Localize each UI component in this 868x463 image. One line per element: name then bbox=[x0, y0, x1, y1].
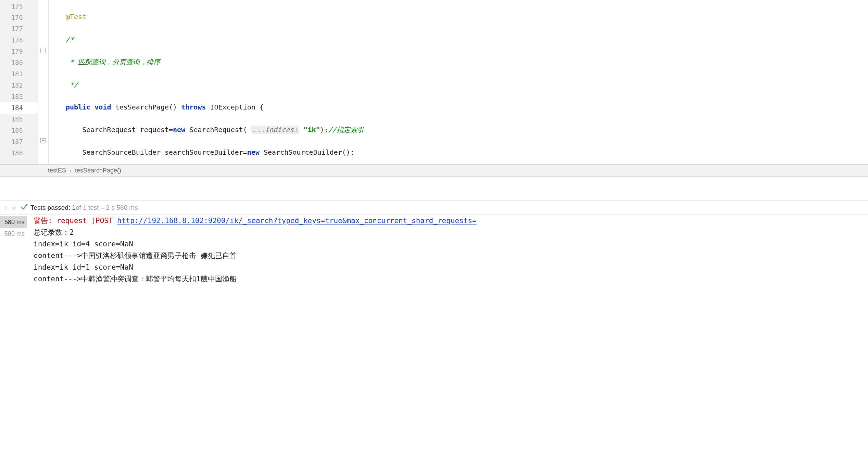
string-literal: "ik" bbox=[299, 126, 320, 134]
console-line: index=ik id=1 score=NaN bbox=[34, 261, 868, 273]
code-text: SearchRequest request= bbox=[82, 126, 173, 134]
line-number: 186 bbox=[0, 125, 38, 136]
method-name: tesSearchPage() bbox=[111, 103, 181, 111]
check-icon bbox=[20, 203, 28, 213]
console-line: 警告: request [POST http://192.168.8.102:9… bbox=[34, 215, 868, 227]
code-text: SearchSourceBuilder(); bbox=[260, 148, 354, 156]
test-status-bar: ↑ » Tests passed: 1 of 1 test – 2 s 580 … bbox=[0, 201, 868, 215]
keyword: void bbox=[95, 103, 111, 111]
console-line: content--->中韩渔警冲突调查：韩警平均每天扣1艘中国渔船 bbox=[34, 273, 868, 285]
panel-gap bbox=[0, 177, 868, 201]
line-number: 182 bbox=[0, 80, 38, 91]
line-number: 185 bbox=[0, 114, 38, 125]
fold-toggle-icon[interactable]: − bbox=[40, 48, 46, 53]
annotation: @Test bbox=[66, 13, 86, 21]
console-line: content--->中国驻洛杉矶领事馆遭亚裔男子枪击 嫌犯已自首 bbox=[34, 250, 868, 261]
line-number-gutter: 175 176 177 178 179 180 181 182 183 184 … bbox=[0, 0, 38, 164]
line-number: 178 bbox=[0, 35, 38, 46]
comment: /* bbox=[66, 35, 74, 43]
console-line: index=ik id=4 score=NaN bbox=[34, 238, 868, 250]
code-text: SearchRequest( bbox=[185, 126, 251, 134]
history-forward-icon[interactable]: » bbox=[12, 204, 15, 211]
test-duration[interactable]: 580 ms bbox=[0, 216, 27, 228]
breadcrumb-item[interactable]: testES bbox=[48, 167, 66, 174]
breadcrumb-item[interactable]: tesSearchPage() bbox=[75, 167, 121, 174]
code-content[interactable]: @Test /* * 匹配查询，分页查询，排序 */ public void t… bbox=[49, 0, 868, 164]
breadcrumb-separator-icon: › bbox=[70, 167, 72, 174]
line-number: 183 bbox=[0, 91, 38, 102]
inlay-hint: ...indices: bbox=[251, 126, 299, 134]
line-number: 181 bbox=[0, 68, 38, 80]
fold-toggle-icon[interactable]: − bbox=[40, 138, 46, 143]
line-number: 184 bbox=[0, 102, 38, 114]
comment: //指定索引 bbox=[328, 126, 364, 134]
code-text: IOException { bbox=[206, 103, 264, 111]
console-line: 总记录数：2 bbox=[34, 227, 868, 238]
keyword: new bbox=[173, 126, 185, 134]
keyword: throws bbox=[181, 103, 206, 111]
line-number: 176 bbox=[0, 12, 38, 23]
tests-summary-label: of 1 test – 2 s 580 ms bbox=[76, 204, 138, 211]
code-text: ); bbox=[320, 126, 328, 134]
code-text: SearchSourceBuilder searchSourceBuilder= bbox=[82, 148, 247, 156]
line-number: 175 bbox=[0, 1, 38, 12]
line-number: 187 bbox=[0, 136, 38, 147]
comment: * 匹配查询，分页查询，排序 bbox=[66, 58, 160, 66]
test-duration[interactable]: 580 ms bbox=[0, 228, 27, 240]
test-duration-gutter: 580 ms 580 ms bbox=[0, 215, 27, 285]
console-warning: 警告: request [POST bbox=[34, 217, 117, 225]
console-url-link[interactable]: http://192.168.8.102:9200/ik/_search?typ… bbox=[117, 217, 476, 225]
line-number: 188 bbox=[0, 147, 38, 159]
code-editor[interactable]: 175 176 177 178 179 180 181 182 183 184 … bbox=[0, 0, 868, 164]
keyword: public bbox=[66, 103, 90, 111]
console-output[interactable]: 警告: request [POST http://192.168.8.102:9… bbox=[27, 215, 868, 285]
line-number: 177 bbox=[0, 23, 38, 35]
comment: */ bbox=[66, 80, 78, 89]
keyword: new bbox=[247, 148, 260, 156]
history-back-icon[interactable]: ↑ bbox=[4, 204, 7, 211]
fold-column: − − bbox=[38, 0, 49, 164]
line-number: 179 bbox=[0, 46, 38, 57]
line-number: 180 bbox=[0, 57, 38, 68]
breadcrumb-bar: testES › tesSearchPage() bbox=[0, 164, 868, 177]
console-panel: 580 ms 580 ms 警告: request [POST http://1… bbox=[0, 215, 868, 285]
tests-passed-label: Tests passed: 1 bbox=[30, 204, 76, 211]
